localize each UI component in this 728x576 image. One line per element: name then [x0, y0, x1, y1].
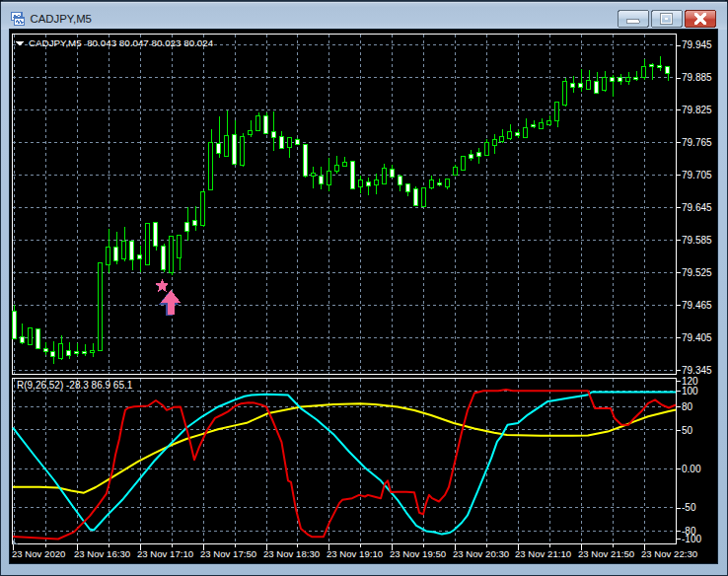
svg-text:79.885: 79.885 [682, 72, 712, 83]
svg-text:23 Nov 20:30: 23 Nov 20:30 [453, 548, 509, 559]
svg-text:-50: -50 [682, 502, 696, 513]
svg-text:79.645: 79.645 [682, 202, 712, 213]
svg-text:79.705: 79.705 [682, 170, 712, 180]
svg-text:R(9,26,52) -28.3 86.9 65.1: R(9,26,52) -28.3 86.9 65.1 [17, 380, 133, 391]
svg-text:50: 50 [682, 425, 693, 436]
svg-text:79.945: 79.945 [682, 39, 712, 50]
svg-text:79.465: 79.465 [682, 300, 712, 311]
svg-text:CADJPY,M5: CADJPY,M5 [31, 13, 92, 25]
svg-text:79.345: 79.345 [682, 365, 712, 376]
svg-text:23 Nov 19:50: 23 Nov 19:50 [390, 548, 446, 559]
svg-text:23 Nov 17:50: 23 Nov 17:50 [200, 548, 256, 559]
svg-text:79.825: 79.825 [682, 105, 712, 115]
svg-text:79.525: 79.525 [682, 267, 712, 278]
svg-text:80: 80 [682, 401, 693, 412]
svg-text:100: 100 [682, 386, 698, 396]
svg-text:23 Nov 21:50: 23 Nov 21:50 [578, 548, 634, 559]
svg-text:79.765: 79.765 [682, 137, 712, 148]
svg-text:23 Nov 16:30: 23 Nov 16:30 [74, 548, 130, 559]
svg-text:79.405: 79.405 [682, 332, 712, 343]
svg-text:23 Nov 22:30: 23 Nov 22:30 [641, 548, 697, 559]
svg-text:23 Nov 21:10: 23 Nov 21:10 [515, 548, 571, 559]
svg-text:23 Nov 2020: 23 Nov 2020 [12, 548, 65, 559]
svg-text:23 Nov 18:30: 23 Nov 18:30 [263, 548, 320, 559]
svg-text:23 Nov 17:10: 23 Nov 17:10 [137, 548, 193, 559]
svg-text:CADJPY,M5 80.043 80.047 80.02: CADJPY,M5 80.043 80.047 80.023 80.024 [29, 37, 214, 48]
svg-text:-100: -100 [682, 534, 701, 544]
svg-text:79.585: 79.585 [682, 235, 712, 246]
svg-text:0.00: 0.00 [682, 464, 701, 474]
svg-text:23 Nov 19:10: 23 Nov 19:10 [327, 548, 383, 559]
